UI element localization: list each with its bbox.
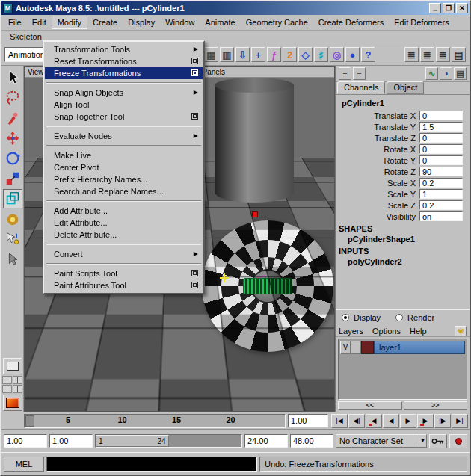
render-radio-label[interactable]: Render xyxy=(407,313,434,322)
universal-manipulator-tool-icon[interactable] xyxy=(3,189,22,208)
node-name[interactable]: pCylinder1 xyxy=(336,97,470,110)
menu-item-prefix-hierarchy-names[interactable]: Prefix Hierarchy Names... xyxy=(45,173,203,185)
menubar-item-edit[interactable]: Edit xyxy=(27,16,52,28)
menu-item-convert[interactable]: Convert▶ xyxy=(45,248,203,260)
show-manipulator-tool-icon[interactable] xyxy=(3,229,22,249)
menubar-item-window[interactable]: Window xyxy=(160,16,200,28)
selected-pcylinder-object[interactable] xyxy=(243,278,292,294)
step-back-key-button[interactable]: ◀ xyxy=(366,414,382,428)
show-channel-box-icon[interactable]: ≣ xyxy=(436,47,450,62)
animation-end-field[interactable] xyxy=(290,434,333,448)
panel-menu-item-panels[interactable]: Panels xyxy=(203,68,226,76)
menu-item-evaluate-nodes[interactable]: Evaluate Nodes▶ xyxy=(45,130,203,142)
layer-color-swatch[interactable] xyxy=(361,341,374,354)
current-frame-field[interactable] xyxy=(288,414,328,427)
four-pane-layout-button[interactable] xyxy=(2,376,12,384)
channel-value-field[interactable]: 1 xyxy=(419,189,463,199)
menu-item-reset-transformations[interactable]: Reset Transformations xyxy=(45,55,203,67)
ik-allowed-icon[interactable]: ◎ xyxy=(330,47,344,62)
tab-channels[interactable]: Channels xyxy=(337,81,385,94)
mel-command-input[interactable] xyxy=(46,457,257,472)
persp-graph-layout-button[interactable] xyxy=(2,385,12,393)
playback-end-field[interactable] xyxy=(244,434,288,448)
auto-keyframe-toggle[interactable] xyxy=(449,434,467,448)
channel-value-field[interactable]: 0 xyxy=(419,144,463,154)
soft-mod-tool-icon[interactable] xyxy=(3,209,22,229)
select-tool-icon[interactable] xyxy=(3,68,22,87)
make-live-icon[interactable]: ♯ xyxy=(314,47,328,62)
menubar-item-animate[interactable]: Animate xyxy=(200,16,240,28)
menu-item-align-tool[interactable]: Align Tool xyxy=(45,99,203,111)
channel-box-menu-icon-1[interactable]: ≡ xyxy=(339,67,351,80)
current-frame-marker[interactable] xyxy=(25,415,34,427)
input-node-name[interactable]: polyCylinder2 xyxy=(336,256,470,267)
go-to-end-button[interactable]: ▶| xyxy=(452,414,468,428)
channel-value-field[interactable]: 0 xyxy=(419,111,463,120)
step-forward-key-button[interactable]: ▶ xyxy=(417,414,434,428)
chevron-down-icon[interactable]: ▼ xyxy=(416,435,426,447)
channel-value-field[interactable]: 0 xyxy=(419,155,463,165)
channel-value-field[interactable]: 1.5 xyxy=(419,122,463,132)
menubar-item-geometry-cache[interactable]: Geometry Cache xyxy=(241,16,313,28)
selection-handle-marker[interactable] xyxy=(252,211,258,217)
menu-item-snap-align-objects[interactable]: Snap Align Objects▶ xyxy=(45,87,203,99)
channel-control-icon[interactable]: ▤ xyxy=(454,67,467,80)
playback-start-field[interactable] xyxy=(49,434,93,448)
close-button[interactable]: ✕ xyxy=(456,3,468,13)
snap-to-planes-icon[interactable]: ◇ xyxy=(298,47,313,62)
import-arrow-icon[interactable]: ⇩ xyxy=(236,47,250,62)
step-back-frame-button[interactable]: ◀| xyxy=(348,414,365,428)
character-set-selector[interactable]: No Character Set ▼ xyxy=(336,434,427,448)
channel-value-field[interactable]: 0.2 xyxy=(419,178,463,188)
checkered-torus-object[interactable] xyxy=(202,220,333,352)
shape-node-name[interactable]: pCylinderShape1 xyxy=(336,234,470,244)
layer-menu-item-layers[interactable]: Layers xyxy=(339,327,363,336)
persp-outliner-layout-button[interactable] xyxy=(13,376,22,384)
channel-value-field[interactable]: 0.2 xyxy=(419,200,463,210)
play-backwards-button[interactable]: ◀ xyxy=(383,414,399,428)
maximize-button[interactable]: ❐ xyxy=(443,3,455,13)
hypershade-persp-layout-button[interactable] xyxy=(3,395,22,411)
layer-list[interactable]: V layer1 xyxy=(338,339,467,400)
minimize-button[interactable]: _ xyxy=(429,3,441,13)
render-help-icon[interactable]: ? xyxy=(361,47,375,62)
menu-item-snap-together-tool[interactable]: Snap Together Tool xyxy=(45,111,203,123)
menu-item-center-pivot[interactable]: Center Pivot xyxy=(45,161,203,173)
lasso-tool-icon[interactable] xyxy=(3,88,22,108)
menu-item-paint-scripts-tool[interactable]: Paint Scripts Tool xyxy=(45,268,203,279)
step-forward-frame-button[interactable]: |▶ xyxy=(434,414,451,428)
option-box-icon[interactable] xyxy=(191,270,198,276)
sidebar-toggle-icon[interactable]: ▤ xyxy=(452,47,466,62)
menu-item-add-attribute[interactable]: Add Attribute... xyxy=(45,205,203,217)
menu-item-edit-attribute[interactable]: Edit Attribute... xyxy=(45,217,203,229)
persp-render-layout-button[interactable] xyxy=(13,385,22,393)
scene-grid-icon[interactable]: ▦ xyxy=(204,47,218,62)
tab-object[interactable]: Object xyxy=(387,81,424,94)
grid-options-icon[interactable]: ▥ xyxy=(220,47,234,62)
option-box-icon[interactable] xyxy=(191,58,198,64)
render-globe-icon[interactable]: ● xyxy=(345,47,360,62)
move-tool-icon[interactable] xyxy=(3,129,22,148)
display-radio-label[interactable]: Display xyxy=(354,313,381,322)
menu-item-freeze-transformations[interactable]: Freeze Transformations xyxy=(45,67,203,79)
snap-to-points-icon[interactable]: 2 xyxy=(283,47,297,62)
background-cylinder-object[interactable] xyxy=(215,84,294,203)
play-forwards-button[interactable]: ▶ xyxy=(400,414,416,428)
panel-menu-item-view[interactable]: View xyxy=(28,68,44,76)
menu-item-search-and-replace-names[interactable]: Search and Replace Names... xyxy=(45,185,203,197)
time-slider[interactable]: 5101520 xyxy=(24,414,286,428)
go-to-start-button[interactable]: |◀ xyxy=(331,414,348,428)
layer-menu-item-help[interactable]: Help xyxy=(410,327,427,336)
menubar-item-create[interactable]: Create xyxy=(87,16,123,28)
show-attribute-editor-icon[interactable]: ≣ xyxy=(404,47,419,62)
menu-item-delete-attribute[interactable]: Delete Attribute... xyxy=(45,229,203,241)
rotate-tool-icon[interactable] xyxy=(3,149,22,168)
render-radio[interactable] xyxy=(395,314,403,321)
menu-item-transformation-tools[interactable]: Transformation Tools▶ xyxy=(45,43,203,55)
menu-item-paint-attributes-tool[interactable]: Paint Attributes Tool xyxy=(45,279,203,291)
anim-curve-icon[interactable]: ∿ xyxy=(425,67,438,80)
layer-visibility-toggle[interactable]: V xyxy=(340,341,351,354)
new-layer-button[interactable]: ✳ xyxy=(455,326,467,336)
menubar-item-skeleton[interactable]: Skeleton xyxy=(4,31,47,43)
menubar-item-modify[interactable]: Modify xyxy=(52,16,87,29)
